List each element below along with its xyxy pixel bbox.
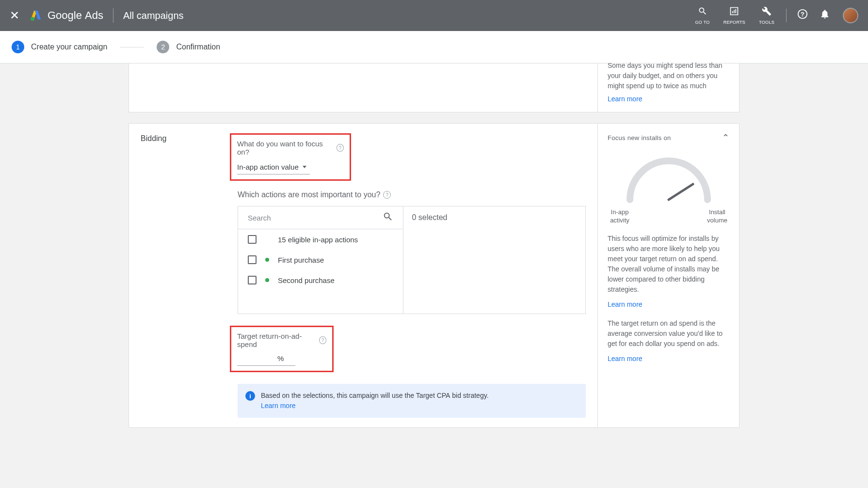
status-dot-icon [265,258,269,262]
info-text: Based on the selections, this campaign w… [261,391,489,411]
tools-label: TOOLS [759,20,774,25]
main-content: Some days you might spend less than your… [129,63,739,428]
logo-text: Google Ads [48,9,103,22]
chevron-down-icon [303,166,306,168]
card-side: Some days you might spend less than your… [597,63,739,112]
page-title: All campaigns [123,10,184,21]
svg-text:?: ? [801,11,804,18]
focus-dropdown[interactable]: In-app action value [237,160,310,174]
action-label: First purchase [278,256,324,264]
search-icon [698,6,707,18]
checkbox[interactable] [248,276,257,284]
card-main: Bidding What do you want to focus on? ? … [129,124,597,427]
search-row [238,206,403,229]
google-ads-logo-icon [29,9,43,22]
card-main [129,63,597,112]
action-label: Second purchase [278,276,335,284]
selected-count: 0 selected [403,206,586,314]
status-dot-icon [265,278,269,282]
info-icon: i [245,391,255,401]
action-row-eligible[interactable]: 15 eligible in-app actions [238,229,403,250]
step-number: 1 [12,41,24,53]
stepper: 1 Create your campaign 2 Confirmation [0,31,868,63]
divider [113,8,113,23]
tools-icon [762,6,772,18]
target-roas-input-wrap: % [237,351,295,366]
svg-rect-2 [734,10,735,14]
which-actions-label: Which actions are most important to you?… [238,190,586,199]
card-side: Focus new installs on ⌃ In-appactivity I… [597,124,739,427]
gauge-label-left: In-appactivity [608,208,632,225]
percent-unit: % [277,354,284,362]
gauge: In-appactivity Installvolume [608,151,729,225]
step-number: 2 [157,41,169,53]
action-row-first-purchase[interactable]: First purchase [238,250,403,270]
logo[interactable]: Google Ads [29,9,103,22]
side-help-text: Some days you might spend less than your… [608,61,729,91]
checkbox[interactable] [248,255,257,264]
chevron-up-icon[interactable]: ⌃ [722,131,729,144]
reports-icon [729,6,739,18]
action-label: 15 eligible in-app actions [278,236,358,244]
top-bar: ✕ Google Ads All campaigns GO TO [0,0,868,31]
step-label: Create your campaign [31,43,107,51]
reports-label: REPORTS [723,20,745,25]
divider [786,9,787,22]
learn-more-link[interactable]: Learn more [608,354,729,364]
step-connector [120,47,144,47]
avatar[interactable] [843,8,858,23]
focus-value: In-app action value [237,163,299,171]
highlight-focus: What do you want to focus on? ? In-app a… [230,133,351,181]
top-bar-right: GO TO REPORTS TOOLS ? [691,6,859,25]
learn-more-link[interactable]: Learn more [608,299,729,310]
search-input[interactable] [248,214,383,222]
help-icon[interactable]: ? [383,191,391,199]
reports-button[interactable]: REPORTS [720,6,749,25]
highlight-roas: Target return-on-ad-spend ? % [230,326,334,372]
learn-more-link[interactable]: Learn more [608,94,729,104]
help-icon[interactable]: ? [794,9,811,22]
actions-selector: 15 eligible in-app actions First purchas… [238,206,586,314]
target-roas-input[interactable] [237,354,273,362]
focus-label: What do you want to focus on? ? [237,140,344,156]
section-title: Bidding [141,133,238,418]
action-row-second-purchase[interactable]: Second purchase [238,270,403,314]
svg-rect-1 [732,11,733,13]
goto-button[interactable]: GO TO [691,6,714,25]
svg-rect-3 [736,9,737,13]
step-create-campaign[interactable]: 1 Create your campaign [12,41,107,53]
side-paragraph: This focus will optimize for installs by… [608,234,729,295]
checkbox[interactable] [248,235,257,244]
actions-list: 15 eligible in-app actions First purchas… [238,206,403,314]
svg-line-6 [669,184,693,200]
help-icon[interactable]: ? [337,144,344,152]
side-heading: Focus new installs on ⌃ [608,131,729,144]
close-icon[interactable]: ✕ [10,9,19,22]
top-bar-left: ✕ Google Ads All campaigns [10,8,691,23]
target-roas-label: Target return-on-ad-spend ? [237,332,326,348]
goto-label: GO TO [695,20,710,25]
bidding-card: Bidding What do you want to focus on? ? … [129,123,739,428]
search-icon[interactable] [383,211,393,224]
step-label: Confirmation [176,43,220,51]
learn-more-link[interactable]: Learn more [261,402,296,409]
svg-point-0 [31,17,34,21]
help-icon[interactable]: ? [319,336,326,344]
budget-card-partial: Some days you might spend less than your… [129,63,739,112]
tools-button[interactable]: TOOLS [755,6,778,25]
step-confirmation[interactable]: 2 Confirmation [157,41,220,53]
info-banner: i Based on the selections, this campaign… [238,384,586,418]
notifications-icon[interactable] [817,9,833,22]
gauge-label-right: Installvolume [705,208,729,225]
side-paragraph: The target return on ad spend is the ave… [608,318,729,349]
